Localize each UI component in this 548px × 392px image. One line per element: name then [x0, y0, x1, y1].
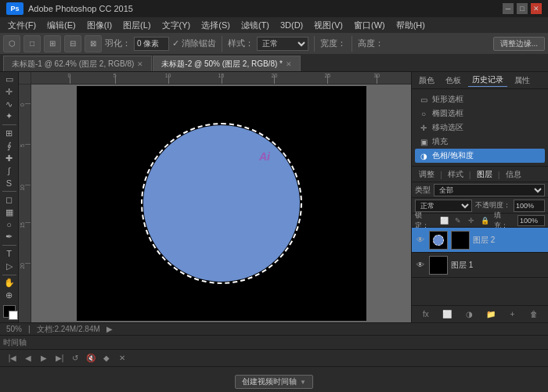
lp-tab-style[interactable]: 样式	[444, 169, 467, 180]
add-mask-button[interactable]: ⬜	[441, 308, 453, 321]
menu-item-H[interactable]: 帮助(H)	[391, 17, 430, 33]
magic-wand-tool[interactable]: ✦	[2, 110, 17, 122]
adjust-edge-button[interactable]: 调整边缘...	[493, 37, 545, 51]
tab-0[interactable]: 未标题-1 @ 62.4% (图层 2, RGB/8)✕	[3, 56, 152, 71]
style-label: 样式：	[228, 38, 254, 49]
fx-button[interactable]: fx	[420, 308, 432, 321]
lp-tab-adjust[interactable]: 调整	[415, 169, 438, 180]
ps-logo: Ps	[6, 2, 23, 15]
menu-item-E[interactable]: 编辑(E)	[42, 17, 81, 33]
tab-bar: 未标题-1 @ 62.4% (图层 2, RGB/8)✕未标题-2 @ 50% …	[0, 55, 548, 72]
doc-size: 文档:2.24M/2.84M	[37, 324, 100, 335]
healing-brush-tool[interactable]: ✚	[2, 153, 17, 164]
mute-btn[interactable]: 🔇	[85, 352, 97, 365]
maximize-button[interactable]: □	[517, 3, 528, 14]
minimize-button[interactable]: ─	[503, 3, 514, 14]
eyedropper-tool[interactable]: ∮	[2, 140, 17, 152]
background-color[interactable]	[9, 311, 18, 320]
menu-item-V[interactable]: 视图(V)	[309, 17, 348, 33]
lock-all-icon[interactable]: 🔒	[480, 215, 491, 226]
menu-item-I[interactable]: 图像(I)	[82, 17, 117, 33]
lock-position-icon[interactable]: ✛	[467, 215, 478, 226]
marquee-tool[interactable]: ▭	[2, 74, 17, 85]
new-adjustment-button[interactable]: ◑	[463, 308, 475, 321]
pen-tool[interactable]: ✒	[2, 231, 17, 243]
divider-2	[314, 36, 315, 52]
new-selection-icon[interactable]: □	[23, 35, 41, 52]
crop-tool[interactable]: ⊞	[2, 128, 17, 139]
dodge-tool[interactable]: ○	[2, 219, 17, 231]
qa-hue-saturation[interactable]: ◑ 色相/饱和度	[415, 149, 545, 163]
menu-item-S[interactable]: 选择(S)	[196, 17, 235, 33]
delete-keyframe-btn[interactable]: ✕	[116, 352, 128, 365]
shape-tool[interactable]: ▷	[2, 261, 17, 272]
zoom-tool[interactable]: ⊕	[2, 290, 17, 301]
lasso-tool[interactable]: ∿	[2, 99, 17, 110]
hand-tool[interactable]: ✋	[2, 277, 17, 289]
lp-tab-info[interactable]: 信息	[502, 169, 525, 180]
add-selection-icon[interactable]: ⊞	[44, 35, 61, 52]
clone-stamp-tool[interactable]: S	[2, 177, 17, 189]
lock-transparency-icon[interactable]: ⬜	[438, 215, 449, 226]
layer-item-1[interactable]: 👁 图层 1	[412, 253, 548, 278]
delete-layer-button[interactable]: 🗑	[528, 308, 540, 321]
fill-input[interactable]	[517, 215, 545, 226]
ruler-corner	[19, 72, 31, 85]
keyframe-btn[interactable]: ◆	[100, 352, 113, 365]
move-tool[interactable]: ✛	[2, 86, 17, 98]
status-bar: 50% | 文档:2.24M/2.84M ▶	[0, 322, 548, 335]
intersect-selection-icon[interactable]: ⊠	[85, 35, 102, 52]
qa-fill[interactable]: ▣ 填充	[415, 135, 545, 149]
menu-item-3DD[interactable]: 3D(D)	[276, 17, 308, 33]
menu-item-Y[interactable]: 文字(Y)	[157, 17, 196, 33]
next-frame-btn[interactable]: ▶|	[53, 352, 66, 365]
left-toolbar: ▭✛∿✦⊞∮✚∫S◻▦○✒T▷✋⊕	[0, 72, 19, 322]
title-bar: Ps Adobe Photoshop CC 2015 ─ □ ✕	[0, 0, 548, 17]
panel-tab-props[interactable]: 属性	[510, 74, 534, 87]
create-video-button[interactable]: 创建视频时间轴 ▼	[235, 375, 313, 389]
qa-fill-label: 填充	[432, 136, 448, 147]
first-frame-btn[interactable]: |◀	[6, 352, 19, 365]
close-button[interactable]: ✕	[531, 3, 542, 14]
layer-kind-select[interactable]: 全部	[434, 184, 545, 196]
loop-btn[interactable]: ↺	[69, 352, 81, 365]
layer-2-visibility[interactable]: 👁	[415, 236, 426, 244]
tab-close-0[interactable]: ✕	[137, 60, 143, 68]
layer-item-2[interactable]: 👁 图层 2	[412, 228, 548, 253]
menu-item-T[interactable]: 滤镜(T)	[236, 17, 274, 33]
panel-tab-color[interactable]: 颜色	[415, 74, 438, 87]
menu-item-W[interactable]: 窗口(W)	[349, 17, 390, 33]
qa-rect-marquee[interactable]: ▭ 矩形选框	[415, 92, 545, 106]
opacity-input[interactable]	[514, 200, 545, 212]
status-arrow[interactable]: ▶	[106, 325, 113, 333]
layers-panel: 调整 | 样式 | 图层 | 信息 类型 全部 正常 不透明度：	[412, 167, 548, 322]
eraser-tool[interactable]: ◻	[2, 194, 17, 206]
text-tool[interactable]: T	[2, 248, 17, 260]
panel-tab-history[interactable]: 历史记录	[468, 74, 507, 87]
lock-image-icon[interactable]: ✎	[452, 215, 463, 226]
tab-close-1[interactable]: ✕	[286, 60, 292, 68]
gradient-tool[interactable]: ▦	[2, 207, 17, 218]
foreground-color[interactable]	[3, 305, 16, 318]
subtract-selection-icon[interactable]: ⊟	[64, 35, 81, 52]
style-select[interactable]: 正常 固定比例 固定大小	[257, 37, 308, 51]
lp-tab-layers[interactable]: 图层	[473, 169, 496, 180]
new-layer-button[interactable]: +	[506, 308, 518, 321]
brush-tool[interactable]: ∫	[2, 165, 17, 177]
new-group-button[interactable]: 📁	[485, 308, 497, 321]
timeline-header: 时间轴	[0, 336, 548, 350]
qa-ellipse-marquee[interactable]: ○ 椭圆选框	[415, 106, 545, 120]
qa-move-selection[interactable]: ✛ 移动选区	[415, 120, 545, 135]
play-btn[interactable]: ▶	[38, 352, 50, 365]
layer-1-visibility[interactable]: 👁	[415, 261, 426, 269]
panel-tab-swatch[interactable]: 色板	[442, 74, 465, 87]
ellipse-marquee-icon: ○	[418, 108, 429, 119]
title-bar-left: Ps Adobe Photoshop CC 2015	[6, 2, 133, 15]
tab-1[interactable]: 未标题-2 @ 50% (图层 2, RGB/8) *✕	[153, 56, 301, 71]
menu-item-L[interactable]: 图层(L)	[118, 17, 155, 33]
quick-actions-panel: ▭ 矩形选框 ○ 椭圆选框 ✛ 移动选区 ▣ 填充 ◑ 色相/饱和度	[412, 89, 548, 167]
menu-item-F[interactable]: 文件(F)	[3, 17, 41, 33]
tool-preset-icon[interactable]: ⬡	[3, 35, 20, 52]
prev-frame-btn[interactable]: ◀	[22, 352, 34, 365]
feather-input[interactable]	[134, 37, 169, 51]
